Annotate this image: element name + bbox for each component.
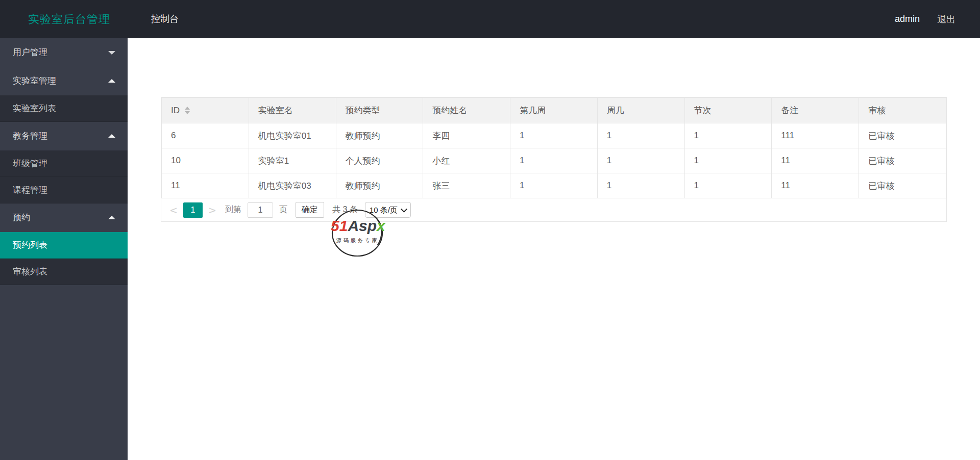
sidebar-item-lab-list[interactable]: 实验室列表 — [0, 95, 128, 122]
sidebar-item-course-management[interactable]: 课程管理 — [0, 177, 128, 203]
table-row: 6 机电实验室01 教师预约 李四 1 1 1 111 已审核 — [162, 123, 946, 148]
sidebar-item-label: 课程管理 — [13, 185, 47, 195]
sidebar-item-label: 预约 — [13, 213, 30, 222]
table-header-row: ID 实验室名 预约类型 预约姓名 第几周 周几 节次 备注 审核 — [162, 98, 946, 123]
page-size-select-wrap: 10 条/页 — [365, 202, 411, 218]
cell-reservation-type: 教师预约 — [336, 173, 423, 198]
sidebar-item-label: 班级管理 — [13, 159, 47, 168]
cell-id: 6 — [162, 123, 249, 148]
column-header-remark: 备注 — [772, 98, 859, 123]
page-jump-input[interactable] — [248, 202, 273, 218]
pagination-bar: < 1 > 到第 页 确定 共 3 条 10 条/页 — [161, 198, 946, 221]
chevron-up-icon — [108, 134, 115, 138]
cell-lab-name: 机电实验室01 — [249, 123, 336, 148]
next-page-button[interactable]: > — [207, 205, 218, 216]
column-header-reserver-name: 预约姓名 — [423, 98, 510, 123]
username[interactable]: admin — [895, 14, 920, 24]
reservation-table: ID 实验室名 预约类型 预约姓名 第几周 周几 节次 备注 审核 — [161, 97, 946, 198]
cell-lab-name: 实验室1 — [249, 148, 336, 173]
navbar-right: admin 退出 — [895, 0, 955, 38]
column-header-lab-name: 实验室名 — [249, 98, 336, 123]
sidebar-item-label: 预约列表 — [13, 240, 47, 250]
cell-weekday: 1 — [597, 173, 684, 198]
cell-reservation-type: 教师预约 — [336, 123, 423, 148]
cell-review-status: 已审核 — [859, 123, 946, 148]
table-row: 11 机电实验室03 教师预约 张三 1 1 1 11 已审核 — [162, 173, 946, 198]
main-content: ID 实验室名 预约类型 预约姓名 第几周 周几 节次 备注 审核 — [128, 38, 980, 460]
sidebar-item-lab-management[interactable]: 实验室管理 — [0, 67, 128, 95]
confirm-button[interactable]: 确定 — [296, 202, 324, 218]
sidebar-item-review-list[interactable]: 审核列表 — [0, 259, 128, 285]
cell-review-status: 已审核 — [859, 148, 946, 173]
cell-weekday: 1 — [597, 123, 684, 148]
column-header-period: 节次 — [684, 98, 772, 123]
table-row: 10 实验室1 个人预约 小红 1 1 1 11 已审核 — [162, 148, 946, 173]
prev-page-button[interactable]: < — [168, 205, 179, 216]
cell-lab-name: 机电实验室03 — [249, 173, 336, 198]
sidebar-item-class-management[interactable]: 班级管理 — [0, 150, 128, 177]
total-count-label: 共 3 条 — [332, 205, 358, 215]
sidebar-item-label: 实验室列表 — [13, 104, 56, 113]
cell-period: 1 — [684, 148, 772, 173]
chevron-up-icon — [108, 216, 115, 219]
cell-id: 10 — [162, 148, 249, 173]
cell-week-number: 1 — [510, 148, 598, 173]
sidebar-item-academic-management[interactable]: 教务管理 — [0, 122, 128, 150]
cell-reserver-name: 张三 — [423, 173, 510, 198]
sidebar-item-reservation[interactable]: 预约 — [0, 203, 128, 232]
logout-link[interactable]: 退出 — [937, 13, 955, 25]
nav-item-console[interactable]: 控制台 — [151, 0, 179, 38]
cell-id: 11 — [162, 173, 249, 198]
cell-period: 1 — [684, 123, 772, 148]
column-header-week-number: 第几周 — [510, 98, 598, 123]
cell-weekday: 1 — [597, 148, 684, 173]
column-header-reservation-type: 预约类型 — [336, 98, 423, 123]
jump-suffix-label: 页 — [279, 205, 287, 215]
cell-week-number: 1 — [510, 123, 598, 148]
app-title[interactable]: 实验室后台管理 — [28, 0, 110, 38]
cell-reserver-name: 小红 — [423, 148, 510, 173]
sidebar-item-label: 审核列表 — [13, 267, 47, 276]
watermark-subtitle: 源码服务专家 — [330, 237, 386, 244]
sidebar-item-user-management[interactable]: 用户管理 — [0, 38, 128, 67]
cell-review-status: 已审核 — [859, 173, 946, 198]
sidebar-item-label: 用户管理 — [13, 47, 47, 57]
top-navbar: 实验室后台管理 控制台 admin 退出 — [0, 0, 980, 38]
sidebar-item-label: 教务管理 — [13, 131, 47, 141]
current-page-button[interactable]: 1 — [183, 202, 203, 218]
cell-remark: 111 — [772, 123, 859, 148]
sidebar-item-reservation-list[interactable]: 预约列表 — [0, 232, 128, 259]
sidebar: 用户管理 实验室管理 实验室列表 教务管理 班级管理 课程管理 预约 预约列表 … — [0, 38, 128, 460]
cell-remark: 11 — [772, 148, 859, 173]
cell-week-number: 1 — [510, 173, 598, 198]
column-header-weekday: 周几 — [597, 98, 684, 123]
jump-prefix-label: 到第 — [225, 205, 241, 215]
sort-icon[interactable] — [185, 107, 190, 114]
cell-reservation-type: 个人预约 — [336, 148, 423, 173]
column-header-id[interactable]: ID — [162, 98, 249, 123]
chevron-down-icon — [108, 51, 115, 55]
chevron-up-icon — [108, 79, 115, 83]
cell-period: 1 — [684, 173, 772, 198]
cell-reserver-name: 李四 — [423, 123, 510, 148]
column-header-review: 审核 — [859, 98, 946, 123]
cell-remark: 11 — [772, 173, 859, 198]
page-size-select[interactable]: 10 条/页 — [365, 202, 411, 218]
sidebar-item-label: 实验室管理 — [13, 76, 56, 86]
reservation-table-card: ID 实验室名 预约类型 预约姓名 第几周 周几 节次 备注 审核 — [161, 97, 947, 222]
